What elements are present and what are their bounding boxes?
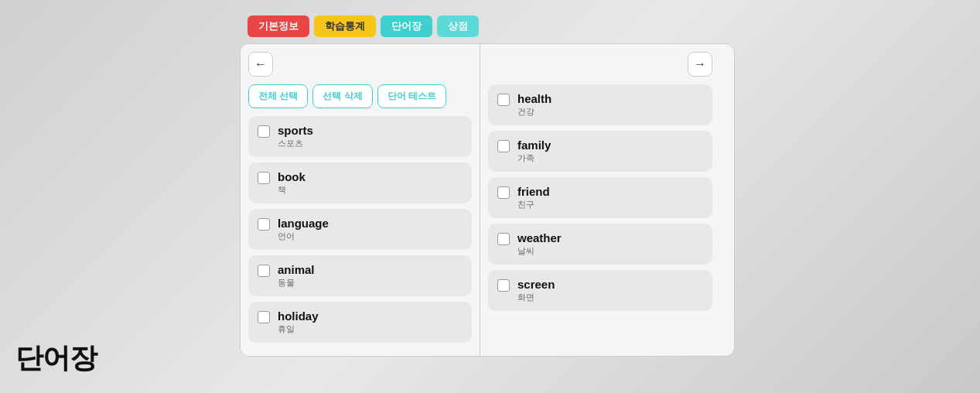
word-korean: 가족: [517, 152, 551, 164]
word-korean: 날씨: [517, 245, 562, 257]
word-korean: 책: [278, 184, 306, 196]
list-item: animal 동물: [248, 255, 472, 296]
word-korean: 휴일: [278, 323, 319, 335]
word-english: holiday: [278, 309, 319, 323]
list-item: weather 날씨: [488, 224, 712, 265]
tab-stats[interactable]: 학습통계: [314, 15, 376, 37]
word-korean: 화면: [517, 292, 555, 303]
action-buttons: 전체 선택 선택 삭제 단어 테스트: [248, 84, 472, 108]
word-checkbox-family[interactable]: [497, 140, 510, 152]
tab-bar: 기본정보 학습통계 단어장 상점: [240, 15, 735, 37]
word-english: sports: [278, 124, 313, 137]
word-english: health: [517, 92, 551, 105]
word-checkbox-language[interactable]: [258, 218, 270, 231]
word-checkbox-friend[interactable]: [497, 186, 510, 199]
word-korean: 스포츠: [278, 138, 313, 149]
word-test-button[interactable]: 단어 테스트: [377, 84, 446, 108]
list-item: language 언어: [248, 209, 472, 250]
back-button[interactable]: ←: [248, 52, 273, 77]
left-panel: ← 전체 선택 선택 삭제 단어 테스트 sports 스포츠: [241, 44, 480, 356]
word-checkbox-weather[interactable]: [497, 233, 510, 245]
word-korean: 언어: [278, 231, 329, 242]
list-item: friend 친구: [488, 177, 712, 218]
word-checkbox-holiday[interactable]: [258, 311, 270, 323]
word-korean: 동물: [278, 277, 315, 289]
select-all-button[interactable]: 전체 선택: [248, 84, 308, 108]
list-item: screen 화면: [488, 270, 712, 311]
left-word-list: sports 스포츠 book 책 language 언어: [248, 116, 472, 343]
word-checkbox-screen[interactable]: [497, 279, 510, 292]
tab-points[interactable]: 상점: [437, 15, 479, 37]
word-english: screen: [517, 278, 555, 291]
tab-vocab[interactable]: 단어장: [381, 15, 432, 37]
right-panel: → health 건강 family 가족: [480, 44, 720, 356]
bottom-title: 단어장: [15, 340, 97, 378]
list-item: sports 스포츠: [248, 116, 472, 157]
word-korean: 친구: [517, 199, 550, 210]
word-english: friend: [517, 185, 550, 198]
panels: ← 전체 선택 선택 삭제 단어 테스트 sports 스포츠: [240, 43, 735, 357]
list-item: health 건강: [488, 84, 712, 125]
word-checkbox-health[interactable]: [497, 94, 510, 106]
tab-basic[interactable]: 기본정보: [248, 15, 309, 37]
word-korean: 건강: [517, 106, 551, 118]
word-english: language: [278, 217, 329, 230]
delete-selected-button[interactable]: 선택 삭제: [312, 84, 372, 108]
word-checkbox-sports[interactable]: [258, 125, 270, 138]
list-item: holiday 휴일: [248, 302, 472, 343]
word-english: animal: [278, 263, 315, 276]
right-word-list: health 건강 family 가족 friend 친구: [488, 84, 712, 311]
word-english: book: [278, 170, 306, 183]
word-checkbox-animal[interactable]: [258, 265, 270, 277]
list-item: book 책: [248, 162, 472, 203]
word-english: family: [517, 138, 551, 152]
word-english: weather: [517, 231, 562, 244]
word-checkbox-book[interactable]: [258, 172, 270, 184]
forward-button[interactable]: →: [688, 52, 712, 77]
main-container: 기본정보 학습통계 단어장 상점 ← 전체 선택 선택 삭제 단어 테스트 sp…: [240, 15, 735, 357]
list-item: family 가족: [488, 131, 712, 172]
